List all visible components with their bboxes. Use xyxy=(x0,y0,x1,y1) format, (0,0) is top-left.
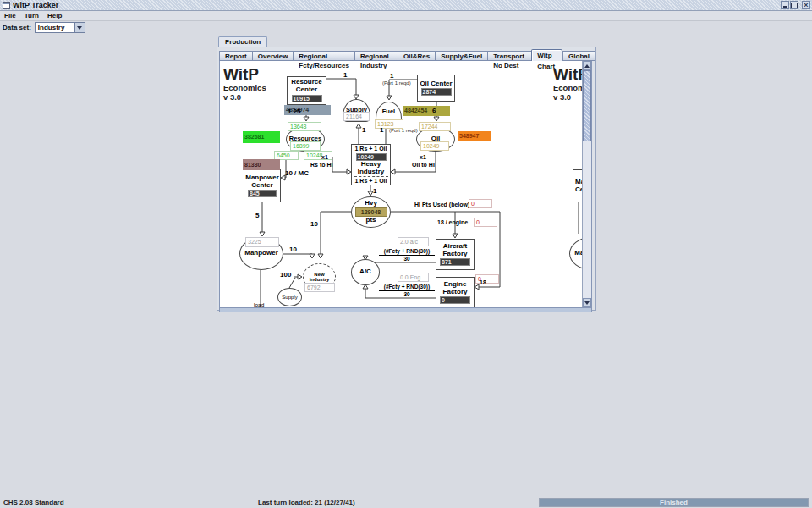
scrollbar-thumb[interactable] xyxy=(583,70,591,141)
tab-supply-fuel[interactable]: Supply&Fuel xyxy=(435,51,487,61)
progress-bar: Finished xyxy=(539,498,809,507)
chart-version: v 3.0 xyxy=(223,92,241,102)
aircraft-factory-value: 871 xyxy=(440,258,470,266)
combo-dropdown-icon[interactable] xyxy=(74,23,85,32)
per-engine-value: 0 xyxy=(474,218,497,227)
resources-mid-value: 16899 xyxy=(290,141,321,151)
edge-mc-manpower: 5 xyxy=(255,212,259,219)
ac-production-formula: (#Fcty + RND(30)) 30 xyxy=(379,248,435,262)
node-oil-center: Oil Center 2874 xyxy=(417,75,455,102)
maximize-button[interactable] xyxy=(790,1,798,9)
node-manpower-center: Manpower Center 845 xyxy=(244,169,281,202)
manpower-center-value: 845 xyxy=(248,190,277,197)
edge-rs-to-hi: Rs to HI xyxy=(310,162,332,168)
minimize-button[interactable] xyxy=(781,1,789,9)
engine-factory-value: 0 xyxy=(440,296,470,304)
per-engine-label: 18 / engine xyxy=(437,219,468,225)
menu-bar: File Turn Help xyxy=(0,11,812,21)
edge-oil-to-hi: Oil to HI xyxy=(412,162,435,168)
dataset-label: Data set: xyxy=(3,24,31,31)
production-panel: Production Report Overview Regional Fcty… xyxy=(217,36,596,311)
resources-badge: 382681 xyxy=(243,131,280,143)
edge-hi-supply: 1 xyxy=(362,126,365,134)
tab-regional-fcty-resources[interactable]: Regional Fcty/Resources xyxy=(293,51,354,61)
edge-oc-oil: 6 xyxy=(432,107,436,114)
edge-rc-resources: 1.25 xyxy=(288,108,301,115)
engine-production-formula: (#Fcty + RND(30)) 30 xyxy=(379,284,435,298)
chart2-subtitle: Economics xyxy=(553,83,582,92)
chart-title: WitP xyxy=(223,65,259,84)
node-hvy-pts: Hvy 129048 pts xyxy=(351,196,391,228)
tab-transport-no-dest[interactable]: Transport No Dest xyxy=(487,51,531,61)
chart-subtitle: Economics xyxy=(223,83,266,92)
app-icon xyxy=(3,2,10,9)
scroll-down-icon[interactable] xyxy=(583,298,591,307)
oil-bottom-value: 10249 xyxy=(420,141,449,151)
scroll-up-icon[interactable] xyxy=(583,61,591,70)
manpower-badge: 81330 xyxy=(243,159,280,170)
status-scenario: CHS 2.08 Standard xyxy=(3,499,64,506)
hi-pts-used-label: HI Pts Used (below) xyxy=(414,202,469,207)
tab-global[interactable]: Global xyxy=(562,51,595,61)
oil-center-value: 2874 xyxy=(421,88,452,96)
edge-hi-hvy: 1 xyxy=(373,187,376,195)
engine-feed-label: 18 xyxy=(480,279,486,285)
edge-manpower-ni: 10 xyxy=(289,246,297,253)
node-manpower-center-2: Manpower Center xyxy=(573,169,582,202)
production-panel-body: Report Overview Regional Fcty/Resources … xyxy=(217,47,596,311)
node-aircraft-factory: Aircraft Factory 871 xyxy=(436,239,475,270)
oil-badge: 548947 xyxy=(458,131,491,141)
menu-turn[interactable]: Turn xyxy=(20,12,43,19)
dataset-value: Industry xyxy=(38,24,65,31)
fuel-badge: 4842454 xyxy=(403,106,450,116)
vertical-scrollbar[interactable] xyxy=(582,61,591,307)
node-ac: A/C xyxy=(351,259,380,285)
eng-rate-box: 0.0 Eng xyxy=(398,273,429,282)
status-bar: CHS 2.08 Standard Last turn loaded: 21 (… xyxy=(0,496,812,508)
window-title: WitP Tracker xyxy=(13,1,58,9)
witp-economics-chart: WitP Economics v 3.0 Resource Center 109… xyxy=(220,61,582,307)
dataset-combobox[interactable]: Industry xyxy=(35,22,85,33)
resource-center-value: 10915 xyxy=(292,95,322,102)
tab-oil-res[interactable]: Oil&Res xyxy=(398,51,435,61)
edge-rc-supply: 1 xyxy=(343,71,347,79)
tab-overview[interactable]: Overview xyxy=(252,51,294,61)
tab-witp-chart[interactable]: Witp Chart xyxy=(531,49,562,61)
edge-hvy-ni: 10 xyxy=(310,220,318,228)
edge-mc-rate: 10 / MC xyxy=(285,169,309,177)
hi-pts-used-value: 0 xyxy=(469,199,492,208)
chart-viewport: WitP Economics v 3.0 Resource Center 109… xyxy=(219,60,592,308)
edge-x1-rs: x1 xyxy=(321,154,328,160)
edge-oc-fuel: 1 xyxy=(390,72,393,80)
node-resource-center: Resource Center 10915 xyxy=(287,76,326,105)
title-bar: WitP Tracker xyxy=(0,0,812,11)
node-supply-small: Supply xyxy=(277,288,302,306)
status-last-turn: Last turn loaded: 21 (12/27/41) xyxy=(258,499,355,506)
menu-help[interactable]: Help xyxy=(43,12,66,19)
node-engine-factory: Engine Factory 0 xyxy=(436,277,475,307)
app-window: WitP Tracker File Turn Help Data set: In… xyxy=(0,0,812,508)
close-button[interactable] xyxy=(802,1,810,9)
edge-x1-oil: x1 xyxy=(420,154,426,160)
port-reqd-note-2: (Port 1 reqd) xyxy=(389,128,418,133)
manpower-value: 3225 xyxy=(245,237,279,247)
oil-top-value: 17244 xyxy=(419,122,451,131)
horizontal-scroll-strip[interactable] xyxy=(219,308,592,312)
tab-regional-industry[interactable]: Regional Industry xyxy=(354,51,398,61)
resources-top-value: 13643 xyxy=(288,122,321,131)
menu-file[interactable]: File xyxy=(0,12,20,19)
tab-report[interactable]: Report xyxy=(219,51,252,61)
ac-rate-box: 2.0 a/c xyxy=(398,237,429,246)
inner-tab-strip: Report Overview Regional Fcty/Resources … xyxy=(219,49,595,61)
dataset-row: Data set: Industry xyxy=(0,21,85,34)
edge-hi-fuel: 1 xyxy=(380,126,383,134)
supply-value: 21164 xyxy=(343,112,370,121)
new-industry-value: 6792 xyxy=(304,283,335,292)
hvy-pts-value: 129048 xyxy=(355,207,387,217)
progress-label: Finished xyxy=(540,499,808,507)
chart2-version: v 3.0 xyxy=(553,92,571,102)
node-heavy-industry: 1 Rs + 1 Oil 10249 Heavy Industry 1 Rs +… xyxy=(351,144,391,185)
load-fragment: load xyxy=(254,302,264,307)
edge-ni-in: 100 xyxy=(280,271,291,279)
tab-production[interactable]: Production xyxy=(218,36,267,47)
